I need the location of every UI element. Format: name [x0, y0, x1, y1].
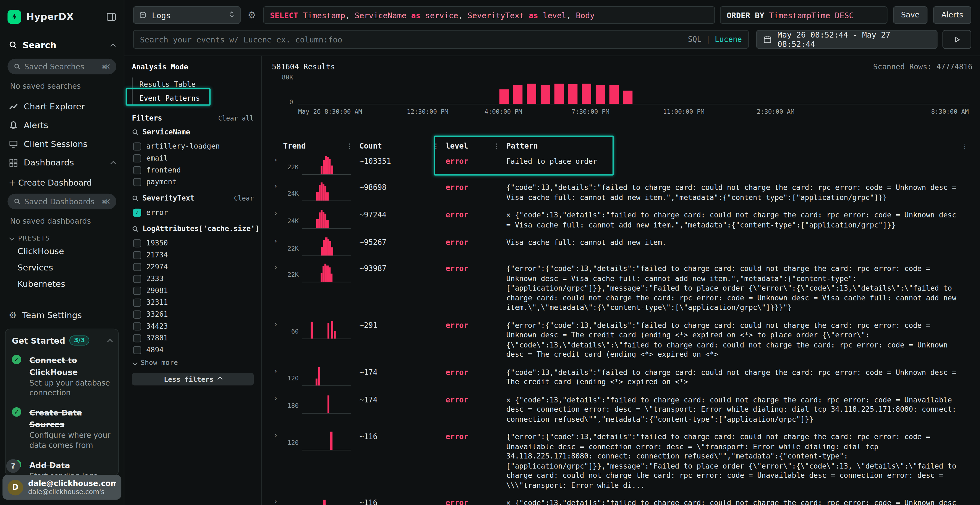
table-row[interactable]: ›60~116error× {"code":13,"details":"fail…: [272, 494, 973, 505]
filter-option[interactable]: 4894: [133, 344, 254, 355]
show-more-button[interactable]: Show more: [133, 359, 254, 367]
get-started-step[interactable]: ✓ Connect to ClickHouse Set up your data…: [12, 353, 112, 398]
filter-option[interactable]: 2333: [133, 273, 254, 284]
lang-sql-toggle[interactable]: SQL: [688, 35, 702, 44]
expand-row-button[interactable]: ›: [272, 393, 283, 403]
get-started-step[interactable]: ✓ Create Data Sources Configure where yo…: [12, 406, 112, 450]
filter-checkbox[interactable]: [133, 262, 141, 271]
filter-checkbox[interactable]: [133, 275, 141, 283]
expand-row-button[interactable]: ›: [272, 262, 283, 272]
sidebar-item-client-sessions[interactable]: Client Sessions: [0, 134, 124, 153]
analysis-mode-event-patterns[interactable]: Event Patterns: [132, 91, 254, 105]
get-started-step[interactable]: ✓ Add Data Start sending logs, metrics, …: [12, 459, 112, 476]
column-menu-icon[interactable]: ⋮: [493, 143, 500, 150]
lang-lucene-toggle[interactable]: Lucene: [715, 35, 742, 44]
filter-option[interactable]: 33261: [133, 308, 254, 320]
filter-option[interactable]: 37801: [133, 332, 254, 343]
table-row[interactable]: ›60~291error{"error":{"code":13,"details…: [272, 316, 973, 363]
sidebar-item-team-settings[interactable]: ⚙ Team Settings: [0, 306, 124, 324]
source-settings-gear-icon[interactable]: ⚙: [245, 9, 258, 21]
sidebar-item-alerts[interactable]: Alerts: [0, 116, 124, 134]
expand-row-button[interactable]: ›: [272, 236, 283, 246]
filter-option[interactable]: 19350: [133, 237, 254, 248]
source-select[interactable]: Logs: [133, 6, 241, 24]
sidebar-item-chart-explorer[interactable]: Chart Explorer: [0, 97, 124, 116]
preset-clickhouse[interactable]: ClickHouse: [0, 243, 124, 259]
filter-checkbox[interactable]: [133, 154, 141, 162]
search-input[interactable]: Search your events w/ Lucene ex. column:…: [133, 30, 749, 49]
analysis-mode-results-table[interactable]: Results Table: [132, 78, 254, 91]
table-row[interactable]: ›22K~103351errorFailed to place order: [272, 152, 973, 178]
sidebar-item-dashboards[interactable]: Dashboards: [0, 153, 124, 172]
histogram-bar[interactable]: [623, 91, 633, 104]
histogram-bar[interactable]: [513, 85, 523, 104]
header-level[interactable]: level⋮: [445, 142, 506, 151]
histogram-plot[interactable]: [298, 75, 969, 105]
filter-option[interactable]: artillery-loadgen: [133, 141, 254, 152]
filter-checkbox[interactable]: [133, 142, 141, 150]
table-row[interactable]: ›22K~95267errorVisa cache full: cannot a…: [272, 234, 973, 260]
date-range-picker[interactable]: May 26 08:52:44 - May 27 08:52:44: [756, 30, 937, 49]
expand-row-button[interactable]: ›: [272, 155, 283, 165]
sidebar-collapse-icon[interactable]: [106, 12, 116, 22]
expand-row-button[interactable]: ›: [272, 209, 283, 219]
column-menu-icon[interactable]: ⋮: [433, 143, 439, 150]
filter-checkbox[interactable]: [133, 178, 141, 186]
alerts-button[interactable]: Alerts: [933, 6, 971, 24]
create-dashboard-button[interactable]: + Create Dashboard: [0, 172, 124, 189]
filter-checkbox[interactable]: [133, 239, 141, 247]
presets-toggle[interactable]: PRESETS: [0, 228, 124, 243]
table-row[interactable]: ›22K~93987error{"error":{"code":13,"deta…: [272, 260, 973, 316]
filter-checkbox[interactable]: [133, 298, 141, 306]
column-menu-icon[interactable]: ⋮: [346, 143, 353, 150]
filter-checkbox[interactable]: [133, 346, 141, 354]
histogram-bar[interactable]: [554, 84, 564, 104]
header-count[interactable]: Count⋮: [360, 142, 445, 151]
filter-checkbox[interactable]: [133, 251, 141, 259]
clear-filter-button[interactable]: Clear: [234, 194, 254, 202]
histogram-bar[interactable]: [596, 85, 605, 104]
filter-checkbox[interactable]: [133, 322, 141, 330]
filter-checkbox[interactable]: [133, 286, 141, 295]
preset-kubernetes[interactable]: Kubernetes: [0, 275, 124, 292]
filter-checkbox[interactable]: ✓: [133, 208, 141, 217]
filter-checkbox[interactable]: [133, 310, 141, 318]
saved-searches-input[interactable]: Saved Searches ⌘K: [8, 59, 116, 74]
header-pattern[interactable]: Pattern: [506, 142, 961, 151]
histogram-bar[interactable]: [499, 89, 509, 104]
preset-services[interactable]: Services: [0, 259, 124, 276]
filter-option[interactable]: 32311: [133, 297, 254, 308]
expand-row-button[interactable]: ›: [272, 497, 283, 505]
less-filters-button[interactable]: Less filters: [132, 373, 254, 386]
filter-option[interactable]: 29081: [133, 285, 254, 296]
expand-row-button[interactable]: ›: [272, 366, 283, 376]
expand-row-button[interactable]: ›: [272, 319, 283, 329]
save-button[interactable]: Save: [893, 6, 928, 24]
table-row[interactable]: ›180~174error× {"code":13,"details":"fai…: [272, 391, 973, 428]
filter-option[interactable]: 21734: [133, 249, 254, 260]
help-button[interactable]: ?: [6, 459, 20, 473]
histogram-bar[interactable]: [541, 85, 550, 104]
filter-option[interactable]: ✓error: [133, 207, 254, 218]
filter-option[interactable]: 34423: [133, 321, 254, 332]
filter-checkbox[interactable]: [133, 166, 141, 174]
filter-option[interactable]: frontend: [133, 164, 254, 176]
expand-row-button[interactable]: ›: [272, 430, 283, 440]
table-menu-icon[interactable]: ⋮: [961, 143, 972, 150]
table-row[interactable]: ›120~116error{"error":{"code":13,"detail…: [272, 428, 973, 494]
histogram-bar[interactable]: [527, 84, 536, 104]
table-row[interactable]: ›24K~97244error× {"code":13,"details":"f…: [272, 206, 973, 234]
filter-checkbox[interactable]: [133, 334, 141, 342]
search-section[interactable]: Search: [0, 31, 124, 54]
table-row[interactable]: ›120~174error{"code":13,"details":"faile…: [272, 363, 973, 391]
sql-select-editor[interactable]: SELECT Timestamp, ServiceName as service…: [263, 6, 715, 24]
chevron-up-icon[interactable]: [111, 161, 116, 166]
clear-all-filters-button[interactable]: Clear all: [218, 114, 254, 122]
histogram-bar[interactable]: [609, 85, 619, 104]
results-histogram[interactable]: 80K 0 May 26 8:30:00 AM12:30:00 PM4:00:0…: [272, 74, 973, 115]
saved-dashboards-input[interactable]: Saved Dashboards ⌘K: [8, 194, 116, 209]
run-search-button[interactable]: [942, 30, 971, 49]
filter-option[interactable]: email: [133, 152, 254, 164]
header-trend[interactable]: Trend⋮: [283, 142, 360, 151]
filter-option[interactable]: 22974: [133, 261, 254, 272]
